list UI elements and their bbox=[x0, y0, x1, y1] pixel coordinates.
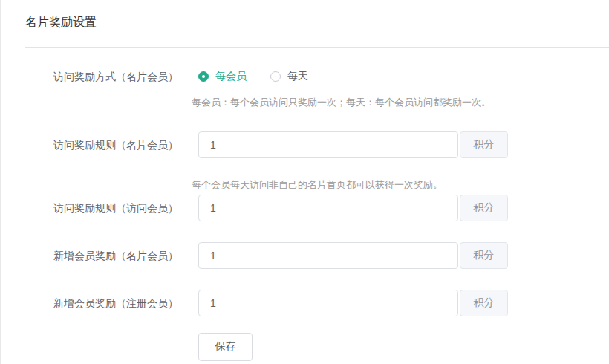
points-input-new-member-registered[interactable] bbox=[198, 290, 458, 316]
settings-panel: 名片奖励设置 访问奖励方式（名片会员） 每会员 每天 每会员：每个会员访问只奖励… bbox=[1, 0, 609, 361]
radio-group-reward-mode: 每会员 每天 bbox=[198, 70, 308, 83]
field-label-visit-rule-visitor-member: 访问奖励规则（访问会员） bbox=[53, 195, 198, 221]
field-label-visit-reward-mode: 访问奖励方式（名片会员） bbox=[53, 70, 198, 83]
form-row-visit-rule-visitor-member: 访问奖励规则（访问会员） 积分 bbox=[1, 195, 609, 221]
input-group: 积分 bbox=[198, 290, 508, 316]
points-input-visit-rule-card-member[interactable] bbox=[198, 131, 458, 158]
radio-unselected-icon[interactable] bbox=[270, 71, 281, 82]
field-label-visit-rule-card-member: 访问奖励规则（名片会员） bbox=[53, 131, 198, 158]
input-suffix-points: 积分 bbox=[460, 242, 508, 269]
input-suffix-points: 积分 bbox=[460, 131, 508, 158]
form-row-visit-reward-mode: 访问奖励方式（名片会员） 每会员 每天 bbox=[1, 70, 609, 83]
field-label-new-member-registered: 新增会员奖励（注册会员） bbox=[53, 290, 198, 316]
points-input-new-member-card[interactable] bbox=[198, 242, 458, 269]
radio-selected-icon[interactable] bbox=[198, 71, 209, 82]
divider bbox=[25, 47, 609, 48]
radio-option-per-member[interactable]: 每会员 bbox=[198, 70, 247, 83]
radio-option-per-day[interactable]: 每天 bbox=[270, 70, 308, 83]
form-row-new-member-registered: 新增会员奖励（注册会员） 积分 bbox=[1, 290, 609, 316]
input-suffix-points: 积分 bbox=[460, 195, 508, 221]
input-group: 积分 bbox=[198, 131, 508, 158]
input-suffix-points: 积分 bbox=[460, 290, 508, 316]
field-label-new-member-card: 新增会员奖励（名片会员） bbox=[53, 242, 198, 269]
input-group: 积分 bbox=[198, 242, 508, 269]
form-row-new-member-card: 新增会员奖励（名片会员） 积分 bbox=[1, 242, 609, 269]
points-input-visit-rule-visitor-member[interactable] bbox=[198, 195, 458, 221]
radio-option-label: 每天 bbox=[287, 70, 308, 83]
save-button[interactable]: 保存 bbox=[198, 333, 253, 361]
helper-text-reward-mode: 每会员：每个会员访问只奖励一次；每天：每个会员访问都奖励一次。 bbox=[192, 97, 609, 108]
form-row-visit-rule-card-member: 访问奖励规则（名片会员） 积分 bbox=[1, 131, 609, 158]
helper-text-visit-rule: 每个会员每天访问非自己的名片首页都可以获得一次奖励。 bbox=[192, 179, 609, 190]
input-group: 积分 bbox=[198, 195, 508, 221]
radio-option-label: 每会员 bbox=[215, 70, 247, 83]
page-title: 名片奖励设置 bbox=[25, 15, 609, 29]
